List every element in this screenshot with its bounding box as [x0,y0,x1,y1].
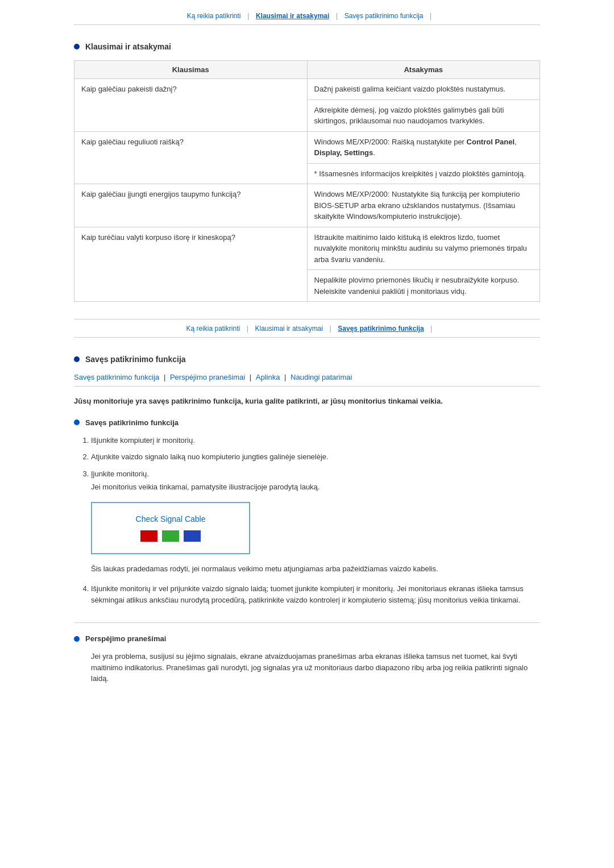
table-answer-0-0: Dažnį pakeisti galima keičiant vaizdo pl… [307,79,540,100]
subsection1-bullet [74,420,80,425]
signal-cable-title: Check Signal Cable [109,514,232,524]
mid-nav-item-0[interactable]: Ką reikia patikrinti [186,325,240,333]
table-question-0: Kaip galėčiau pakeisti dažnį? [74,79,308,132]
table-answer-2-0: Windows ME/XP/2000: Nustatykite šią funk… [307,184,540,227]
sub-nav-item-3[interactable]: Naudingi patarimai [291,373,352,381]
section2-bullet [74,356,80,362]
table-answer-3-1: Nepalikite plovimo priemonės likučių ir … [307,270,540,302]
table-question-3: Kaip turėčiau valyti korpuso išorę ir ki… [74,227,308,302]
signal-cable-box: Check Signal Cable [91,502,250,554]
top-navigation: Ką reikia patikrinti | Klausimai ir atsa… [74,11,540,25]
step-3: Įjunkite monitorių. Jei monitorius veiki… [91,468,540,493]
sub-navigation: Savęs patikrinimo funkcija | Perspėjimo … [74,373,540,387]
table-col2-header: Atsakymas [307,61,540,79]
sub-nav-item-2[interactable]: Aplinka [256,373,280,381]
section1-title: Klausimai ir atsakymai [85,42,171,51]
top-nav-item-0[interactable]: Ką reikia patikrinti [187,12,241,20]
step-4: Išjunkite monitorių ir vel prijunkite va… [91,583,540,605]
color-bar-blue [184,530,201,542]
table-col1-header: Klausimas [74,61,308,79]
table-question-1: Kaip galėčiau reguliuoti raišką? [74,131,308,184]
note-text: Šis laukas pradedamas rodyti, jei normal… [91,563,540,575]
steps-list: Išjunkite kompiuterį ir monitorių. Atjun… [91,435,540,493]
table-answer-1-0: Windows ME/XP/2000: Raišką nustatykite p… [307,131,540,163]
subsection2-header: Perspėjimo pranešimai [74,634,540,643]
subsection1-header: Savęs patikrinimo funkcija [74,418,540,427]
subsection2-bullet [74,636,80,642]
section2-title: Savęs patikrinimo funkcija [85,355,186,364]
section2-header: Savęs patikrinimo funkcija [74,355,540,364]
mid-navigation: Ką reikia patikrinti | Klausimai ir atsa… [74,319,540,338]
section1-header: Klausimai ir atsakymai [74,42,540,51]
color-bar-green [162,530,179,542]
step-1: Išjunkite kompiuterį ir monitorių. [91,435,540,446]
color-bar-red [140,530,157,542]
table-answer-3-0: Ištraukite maitinimo laido kištuką iš el… [307,227,540,270]
top-nav-item-2[interactable]: Savęs patikrinimo funkcija [345,12,424,20]
step4-list: Išjunkite monitorių ir vel prijunkite va… [91,583,540,605]
table-question-2: Kaip galėčiau įjungti energijos taupymo … [74,184,308,227]
section1-bullet [74,44,80,49]
top-nav-item-1[interactable]: Klausimai ir atsakymai [256,12,329,20]
table-answer-0-1: Atkreipkite dėmesį, jog vaizdo plokštės … [307,99,540,131]
intro-text: Jūsų monitoriuje yra savęs patikrinimo f… [74,396,540,407]
subsection1-title: Savęs patikrinimo funkcija [85,418,179,427]
mid-nav-item-2[interactable]: Savęs patikrinimo funkcija [338,325,424,333]
color-bars [109,530,232,542]
qa-table: Klausimas Atsakymas Kaip galėčiau pakeis… [74,60,540,302]
mid-nav-item-1[interactable]: Klausimai ir atsakymai [255,325,323,333]
sub-nav-item-0[interactable]: Savęs patikrinimo funkcija [74,373,159,381]
warning-section: Perspėjimo pranešimai Jei yra problema, … [74,622,540,684]
table-answer-1-1: * Išsamesnės informacijos kreipkitės į v… [307,163,540,184]
subsection2-title: Perspėjimo pranešimai [85,634,166,643]
warning-text: Jei yra problema, susijusi su įėjimo sig… [91,651,540,684]
selftest-section: Savęs patikrinimo funkcija Savęs patikri… [74,355,540,684]
step-2: Atjunkite vaizdo signalo laiką nuo kompi… [91,451,540,463]
sub-nav-item-1[interactable]: Perspėjimo pranešimai [170,373,245,381]
